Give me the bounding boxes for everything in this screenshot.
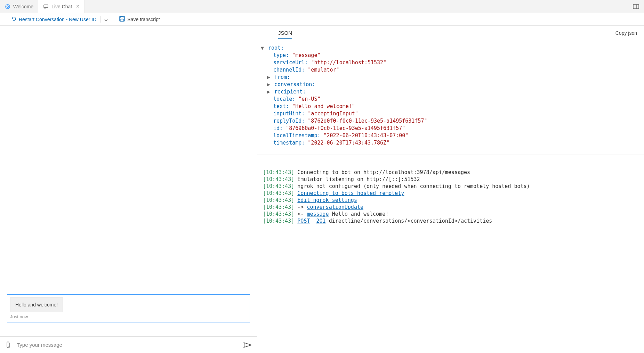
json-row[interactable]: type: "message" [261,52,641,59]
chat-pane: Hello and welcome! Just now [0,26,257,353]
json-row[interactable]: locale: "en-US" [261,96,641,103]
message-timestamp: Just now [10,314,247,319]
log-line: [10:43:43] <- message Hello and welcome! [263,211,638,217]
message-bubble: Hello and welcome! [10,297,63,312]
caret-right-icon[interactable]: ▶ [267,88,271,96]
json-row[interactable]: channelId: "emulator" [261,66,641,74]
json-row-from[interactable]: ▶ from: [261,74,641,81]
chat-composer [0,336,257,353]
save-icon [119,16,125,23]
panel-toggle-button[interactable] [628,0,644,13]
toolbar-separator [100,16,101,23]
restart-label: Restart Conversation - New User ID [19,17,96,22]
caret-right-icon[interactable]: ▶ [267,81,271,88]
save-label: Save transcript [127,17,160,22]
json-row[interactable]: inputHint: "acceptingInput" [261,110,641,117]
save-transcript-button[interactable]: Save transcript [116,13,162,26]
log-line: [10:43:43] -> conversationUpdate [263,204,638,211]
send-button[interactable] [243,342,252,348]
log-line: [10:43:43] ngrok not configured (only ne… [263,183,638,190]
svg-rect-6 [121,16,123,18]
log-link[interactable]: Edit ngrok settings [297,197,357,203]
restart-icon [11,16,17,23]
restart-conversation-button[interactable]: Restart Conversation - New User ID [8,13,99,26]
json-tab[interactable]: JSON [278,27,292,39]
json-tree[interactable]: ▼ root: type: "message" serviceUrl: "htt… [257,40,644,155]
tab-livechat-label: Live Chat [51,4,72,9]
log-line: [10:43:43] Edit ngrok settings [263,197,638,204]
svg-rect-7 [121,19,123,21]
caret-right-icon[interactable]: ▶ [267,74,271,81]
log-link-post[interactable]: POST [297,218,310,224]
json-row-conversation[interactable]: ▶ conversation: [261,81,641,88]
tab-welcome[interactable]: Welcome [0,0,38,13]
copy-json-button[interactable]: Copy json [615,30,637,36]
json-row[interactable]: serviceUrl: "http://localhost:51532" [261,59,641,66]
svg-rect-2 [44,5,48,8]
svg-point-0 [6,5,10,9]
attachment-button[interactable] [5,341,12,349]
inspector-pane: JSON Copy json ▼ root: type: "message" s… [257,26,644,353]
tab-welcome-label: Welcome [13,4,33,9]
selected-message[interactable]: Hello and welcome! Just now [7,294,250,322]
chat-transcript: Hello and welcome! Just now [0,26,257,336]
log-link[interactable]: message [307,211,329,217]
chat-icon [43,4,49,9]
tab-livechat[interactable]: Live Chat × [38,0,85,13]
json-row-root[interactable]: ▼ root: [261,44,641,52]
log-line: [10:43:43] Connecting to bot on http://l… [263,169,638,176]
toolbar: Restart Conversation - New User ID Save … [0,13,644,26]
log-link[interactable]: conversationUpdate [307,204,363,210]
message-input[interactable] [17,342,238,348]
tab-bar: Welcome Live Chat × [0,0,644,13]
log-link-code[interactable]: 201 [316,218,326,224]
main-split: Hello and welcome! Just now JSON Copy js… [0,26,644,353]
json-row-recipient[interactable]: ▶ recipient: [261,88,641,96]
json-row[interactable]: id: "876960a0-f0c0-11ec-93e5-a1495f631f5… [261,125,641,132]
app-icon [5,4,10,9]
json-row[interactable]: timestamp: "2022-06-20T17:43:43.786Z" [261,139,641,147]
svg-rect-3 [633,5,639,9]
log-line: [10:43:43] POST 201 directline/conversat… [263,217,638,224]
log-link[interactable]: Connecting to bots hosted remotely [297,190,404,196]
restart-dropdown[interactable] [102,17,110,22]
inspector-header: JSON Copy json [257,26,644,40]
log-line: [10:43:43] Emulator listening on http://… [263,176,638,183]
svg-point-1 [7,6,9,7]
log-line: [10:43:43] Connecting to bots hosted rem… [263,190,638,197]
caret-down-icon[interactable]: ▼ [261,44,265,52]
json-row[interactable]: replyToId: "8762d0f0-f0c0-11ec-93e5-a149… [261,117,641,125]
json-row[interactable]: localTimestamp: "2022-06-20T10:43:43-07:… [261,132,641,139]
svg-rect-5 [120,16,124,21]
close-icon[interactable]: × [76,3,79,10]
message-text: Hello and welcome! [15,302,58,307]
json-row[interactable]: text: "Hello and welcome!" [261,103,641,110]
log-pane[interactable]: [10:43:43] Connecting to bot on http://l… [257,155,644,353]
